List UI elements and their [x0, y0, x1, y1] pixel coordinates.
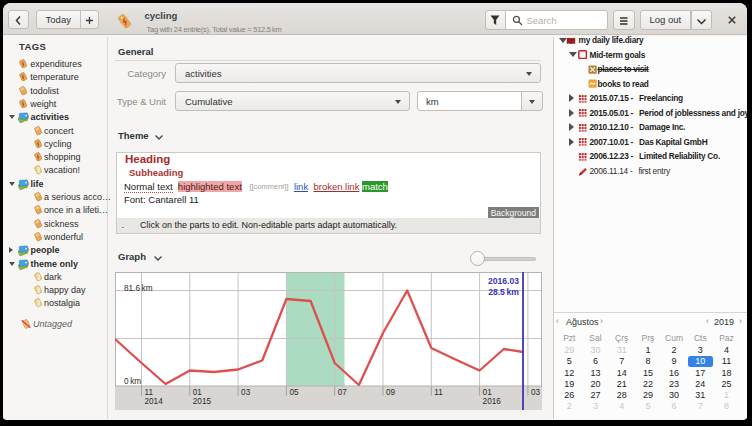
svg-text:01: 01 — [483, 388, 493, 397]
svg-text:03: 03 — [241, 388, 251, 397]
svg-text:09: 09 — [386, 388, 396, 397]
svg-text:28.5 km: 28.5 km — [488, 287, 519, 297]
svg-text:2015: 2015 — [193, 397, 212, 406]
svg-text:03: 03 — [531, 388, 541, 397]
svg-text:0 km: 0 km — [124, 377, 141, 386]
svg-text:81.6 km: 81.6 km — [124, 284, 153, 293]
svg-text:05: 05 — [289, 388, 299, 397]
svg-text:01: 01 — [193, 388, 203, 397]
svg-text:07: 07 — [338, 388, 348, 397]
svg-text:11: 11 — [434, 388, 443, 397]
svg-text:11: 11 — [145, 388, 154, 397]
svg-text:2014: 2014 — [145, 397, 164, 406]
svg-text:2016: 2016 — [483, 397, 502, 406]
svg-text:2016.03: 2016.03 — [488, 276, 519, 286]
